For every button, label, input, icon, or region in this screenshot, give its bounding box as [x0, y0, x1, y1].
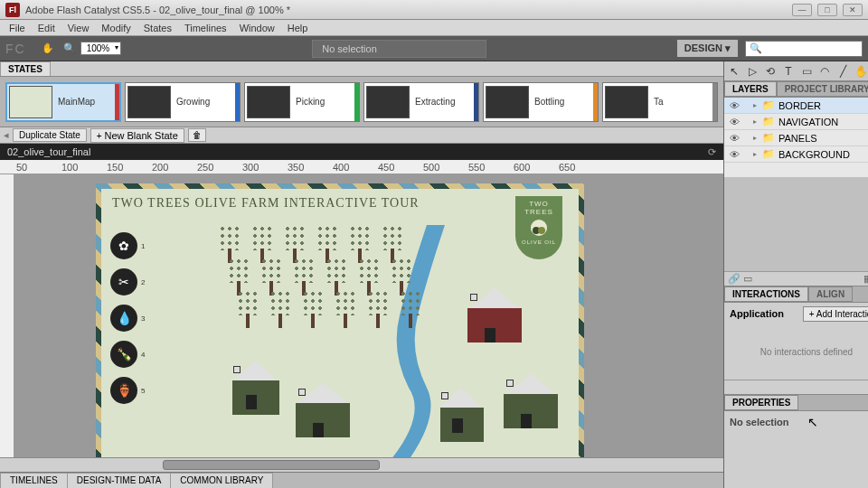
mode-dropdown[interactable]: DESIGN ▾	[677, 40, 738, 57]
bottom-tab-bar: TIMELINES DESIGN-TIME DATA COMMON LIBRAR…	[0, 472, 723, 488]
menu-help[interactable]: Help	[282, 21, 314, 35]
refresh-icon[interactable]: ⟳	[708, 146, 716, 158]
state-card-extracting[interactable]: Extracting	[363, 82, 479, 122]
text-tool-icon[interactable]: T	[782, 65, 795, 78]
horizontal-scrollbar[interactable]	[0, 457, 723, 472]
layer-navigation[interactable]: 👁▸📁NAVIGATION	[724, 114, 868, 130]
new-layer-icon[interactable]: ▦	[863, 273, 868, 284]
rect-tool-icon[interactable]: ▭	[800, 65, 813, 78]
hand-tool-icon-r[interactable]: ✋	[854, 65, 867, 78]
artboard[interactable]: TWO TREES OLIVE FARM INTERACTIVE TOUR TW…	[96, 183, 584, 457]
layer-background[interactable]: 👁▸📁BACKGROUND	[724, 146, 868, 163]
new-blank-state-button[interactable]: + New Blank State	[90, 128, 184, 143]
menu-file[interactable]: File	[4, 21, 31, 35]
layer-border[interactable]: 👁▸📁BORDER	[724, 98, 868, 114]
search-icon: 🔍	[750, 42, 762, 54]
nav-dot-3[interactable]: 💧3	[110, 305, 145, 332]
ruler-horizontal: 50100150200250300350400450500550600650	[0, 160, 723, 174]
tree-grove	[219, 225, 436, 343]
tab-project-library[interactable]: PROJECT LIBRARY	[777, 81, 868, 97]
state-card-ta[interactable]: Ta	[602, 82, 718, 122]
tab-common-library[interactable]: COMMON LIBRARY	[170, 473, 273, 488]
layers-footer: 🔗 ▭ ▦ 🗑	[724, 271, 868, 286]
barn-green-3	[436, 388, 486, 433]
app-icon: Fl	[5, 3, 20, 17]
menu-edit[interactable]: Edit	[33, 21, 61, 35]
menu-view[interactable]: View	[62, 21, 95, 35]
tab-layers[interactable]: LAYERS	[724, 81, 777, 97]
maximize-button[interactable]: □	[817, 4, 837, 16]
layers-list: 👁▸📁BORDER👁▸📁NAVIGATION👁▸📁PANELS👁▸📁BACKGR…	[724, 98, 868, 177]
states-panel-header: STATES	[0, 61, 723, 77]
state-card-bottling[interactable]: Bottling	[483, 82, 599, 122]
interactions-empty: No interactions defined	[724, 325, 868, 380]
right-tool-row: ↖ ▷ ⟲ T ▭ ◠ ╱ ✋ 🔍	[724, 61, 868, 81]
line-tool-icon[interactable]: ╱	[836, 65, 849, 78]
title-bar: Fl Adobe Flash Catalyst CS5.5 - 02_olive…	[0, 0, 868, 20]
ruler-vertical	[0, 174, 14, 457]
olive-icon	[531, 220, 547, 236]
menu-bar: File Edit View Modify States Timelines W…	[0, 20, 868, 36]
layers-panel-tabs: LAYERS PROJECT LIBRARY	[724, 81, 868, 98]
menu-states[interactable]: States	[138, 21, 177, 35]
direct-select-icon[interactable]: ▷	[746, 65, 759, 78]
barn-red	[463, 288, 526, 343]
menu-window[interactable]: Window	[234, 21, 280, 35]
select-tool-icon[interactable]: ↖	[728, 65, 741, 78]
barn-green-4	[499, 374, 562, 428]
properties-body: No selection	[724, 411, 868, 433]
tab-align[interactable]: ALIGN	[808, 286, 853, 302]
duplicate-state-button[interactable]: Duplicate State	[13, 128, 87, 142]
tab-properties[interactable]: PROPERTIES	[724, 395, 798, 410]
fc-logo: FC	[5, 42, 26, 56]
minimize-button[interactable]: —	[792, 4, 812, 16]
transform-icon[interactable]: ⟲	[764, 65, 777, 78]
search-input[interactable]: 🔍	[745, 41, 863, 57]
state-card-picking[interactable]: Picking	[244, 82, 360, 122]
artboard-title: TWO TREES OLIVE FARM INTERACTIVE TOUR	[112, 196, 420, 211]
logo-sub: OLIVE OIL	[522, 239, 556, 245]
nav-dot-2[interactable]: ✂2	[110, 268, 145, 296]
logo-line1: TWO	[529, 200, 549, 208]
barn-green-2	[291, 383, 354, 437]
tab-design-time-data[interactable]: DESIGN-TIME DATA	[67, 473, 172, 488]
logo-badge: TWO TREES OLIVE OIL	[515, 196, 562, 259]
menu-timelines[interactable]: Timelines	[179, 21, 232, 35]
tab-interactions[interactable]: INTERACTIONS	[724, 286, 808, 302]
app-toolbar: FC ✋ 🔍 100% No selection DESIGN ▾ 🔍	[0, 36, 868, 61]
state-card-mainmap[interactable]: MainMap	[5, 82, 121, 122]
nav-dot-5[interactable]: 🏺5	[110, 377, 145, 404]
states-tab[interactable]: STATES	[0, 61, 51, 76]
selection-status: No selection	[312, 40, 486, 58]
tab-timelines[interactable]: TIMELINES	[0, 473, 68, 488]
nav-dot-4[interactable]: 🍾4	[110, 341, 145, 368]
ellipse-tool-icon[interactable]: ◠	[818, 65, 831, 78]
nav-dot-list: ✿1✂2💧3🍾4🏺5	[110, 232, 145, 404]
interactions-scope: Application	[730, 308, 784, 319]
layer-panels[interactable]: 👁▸📁PANELS	[724, 130, 868, 146]
hand-tool-icon[interactable]: ✋	[40, 41, 56, 57]
zoom-level-dropdown[interactable]: 100%	[80, 42, 122, 55]
states-strip: MainMapGrowingPickingExtractingBottlingT…	[0, 77, 723, 127]
barn-green-1	[228, 361, 282, 409]
document-name: 02_olive_tour_final	[7, 146, 90, 157]
close-button[interactable]: ✕	[843, 4, 863, 16]
window-title: Adobe Flash Catalyst CS5.5 - 02_olive_to…	[25, 5, 792, 15]
logo-line2: TREES	[524, 208, 553, 216]
document-title-bar: 02_olive_tour_final ⟳	[0, 144, 723, 160]
menu-modify[interactable]: Modify	[96, 21, 136, 35]
canvas[interactable]: TWO TREES OLIVE FARM INTERACTIVE TOUR TW…	[14, 174, 723, 457]
nav-dot-1[interactable]: ✿1	[110, 232, 145, 259]
link-icon[interactable]: 🔗 ▭	[728, 273, 752, 285]
add-interaction-button[interactable]: + Add Interaction	[803, 306, 868, 322]
states-actions: ◂ Duplicate State + New Blank State 🗑	[0, 127, 723, 144]
state-card-growing[interactable]: Growing	[125, 82, 241, 122]
delete-state-button[interactable]: 🗑	[188, 128, 206, 142]
zoom-tool-icon[interactable]: 🔍	[61, 41, 78, 57]
